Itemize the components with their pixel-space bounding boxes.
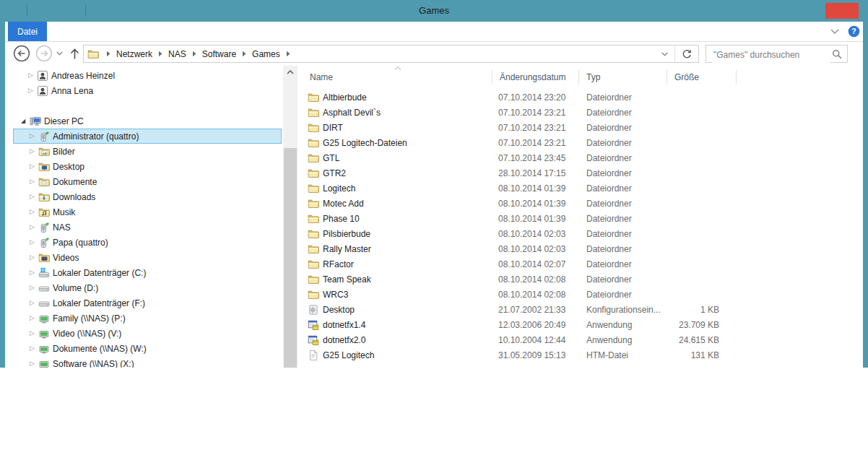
Desktop[interactable]: Desktop 21.07.2002 21:33 Konfigurationse… [298,302,858,317]
config-icon [308,304,319,316]
breadcrumb-item[interactable]: Games [236,46,280,62]
tree-expand-icon[interactable]: ▷ [30,330,38,337]
sidebar-item[interactable]: ▷ Family (\\NAS) (P:) [13,311,282,326]
column-header-type[interactable]: Typ [579,70,667,84]
sidebar-item[interactable]: ▷ Andreas Heinzel [13,68,282,83]
G25 Logitech[interactable]: G25 Logitech 31.05.2009 15:13 HTM-Datei … [298,347,858,363]
file-date: 08.10.2014 02:08 [492,274,579,285]
tree-expand-icon[interactable]: ▷ [28,72,37,79]
RFactor[interactable]: RFactor 08.10.2014 02:07 Dateiordner [298,256,858,272]
tab-datei[interactable]: Datei [8,22,47,41]
tree-expand-icon[interactable]: ▷ [30,345,38,352]
file-type: Dateiordner [579,259,667,269]
Team Speak[interactable]: Team Speak 08.10.2014 02:08 Dateiordner [298,272,858,287]
DIRT[interactable]: DIRT 07.10.2014 23:21 Dateiordner [298,120,858,135]
tree-expand-icon[interactable]: ▷ [30,224,38,230]
sidebar-item[interactable]: ▷ Papa (quattro) [13,235,282,250]
sidebar-item[interactable]: ▷ Musik [13,204,282,220]
netdrive-icon [38,313,50,324]
minimize-button[interactable] [782,0,804,22]
address-bar[interactable]: Netzwerk NAS Software Games [83,45,699,63]
Altbierbude[interactable]: Altbierbude 07.10.2014 23:20 Dateiordner [298,90,858,105]
back-button[interactable] [13,45,30,62]
tree-expand-icon[interactable]: ▷ [30,209,38,215]
sidebar-item[interactable]: ▷ Administrator (quattro) [13,129,282,144]
sort-ascending-icon [394,66,402,70]
sidebar-item[interactable]: ▷ Volume (D:) [13,280,282,295]
sidebar-item[interactable]: ▷ Video (\\NAS) (V:) [13,326,282,341]
search-input[interactable] [712,46,830,64]
GTL[interactable]: GTL 07.10.2014 23:45 Dateiordner [298,150,858,165]
G25 Logitech-Dateien[interactable]: G25 Logitech-Dateien 07.10.2014 23:21 Da… [298,135,858,150]
titlebar[interactable]: Games [5,0,863,22]
tree-expand-icon[interactable]: ▷ [30,163,38,170]
Asphalt Devil`s[interactable]: Asphalt Devil`s 07.10.2014 23:21 Dateior… [298,105,858,120]
forward-button[interactable] [35,45,53,62]
tree-expand-icon[interactable]: ▷ [30,148,38,155]
refresh-icon[interactable] [675,49,698,59]
folder-icon [308,259,319,270]
tree-expand-icon[interactable]: ▷ [28,87,37,94]
column-header-date[interactable]: Änderungsdatum [492,70,579,84]
breadcrumb-item[interactable]: Software [186,46,236,62]
maximize-button[interactable] [804,0,825,22]
sidebar-item[interactable]: ▷ Dokumente (\\NAS) (W:) [13,341,282,356]
help-icon[interactable]: ? [848,25,860,38]
device-icon [38,237,50,248]
close-button[interactable] [825,3,859,19]
file-name: Phase 10 [323,214,360,224]
breadcrumb-item[interactable]: NAS [152,46,186,62]
tree-expand-icon[interactable]: ▷ [30,269,38,276]
file-date: 08.10.2014 02:08 [492,290,579,300]
tree-expand-icon[interactable]: ▷ [30,315,38,321]
scrollbar-up-icon[interactable] [283,66,298,79]
sidebar-item[interactable]: ▷ Dokumente [13,174,282,189]
address-dropdown-icon[interactable] [655,52,674,56]
column-header-size[interactable]: Größe [667,70,737,84]
sidebar-item[interactable]: ▷ Bilder [13,144,282,159]
breadcrumb-item[interactable]: Netzwerk [100,46,152,62]
ribbon-tab[interactable] [71,22,96,41]
tree-expand-icon[interactable]: ▷ [30,254,38,261]
Rally Master[interactable]: Rally Master 08.10.2014 02:03 Dateiordne… [298,241,858,256]
column-header-name[interactable]: Name [298,70,492,84]
tree-expand-icon[interactable]: ◢ [21,118,30,124]
tree-expand-icon[interactable]: ▷ [30,178,38,185]
dotnetfx1.4[interactable]: dotnetfx1.4 12.03.2006 20:49 Anwendung 2… [298,317,858,332]
navigation-scrollbar[interactable] [283,66,298,368]
sidebar-item[interactable]: ◢ Dieser PC [13,113,282,129]
screenshot-canvas: Games Datei ? [0,0,868,468]
navigation-toolbar: Netzwerk NAS Software Games [5,42,863,66]
tree-expand-icon[interactable]: ▷ [30,194,38,200]
folder-music-icon [38,207,50,218]
expand-ribbon-icon[interactable] [830,29,839,34]
up-button[interactable] [69,48,80,60]
tree-expand-icon[interactable]: ▷ [30,133,38,139]
sidebar-item[interactable]: ▷ Lokaler Datenträger (F:) [13,295,282,311]
Phase 10[interactable]: Phase 10 08.10.2014 01:39 Dateiordner [298,211,858,226]
file-date: 08.10.2014 01:39 [492,214,579,224]
sidebar-item[interactable]: ▷ Videos [13,250,282,265]
dotnetfx2.0[interactable]: dotnetfx2.0 10.10.2004 12:44 Anwendung 2… [298,332,858,347]
sidebar-item[interactable]: ▷ Downloads [13,189,282,204]
sidebar-item[interactable]: ▷ Software (\\NAS) (X:) [13,356,282,368]
tree-expand-icon[interactable]: ▷ [30,300,38,306]
scrollbar-thumb[interactable] [284,148,297,368]
GTR2[interactable]: GTR2 28.10.2014 17:15 Dateiordner [298,165,858,181]
tree-expand-icon[interactable]: ▷ [30,285,38,291]
search-icon[interactable] [832,49,842,59]
WRC3[interactable]: WRC3 08.10.2014 02:08 Dateiordner [298,287,858,302]
tree-expand-icon[interactable]: ▷ [30,360,38,367]
Pilsbierbude[interactable]: Pilsbierbude 08.10.2014 02:03 Dateiordne… [298,226,858,241]
sidebar-item[interactable]: ▷ Desktop [13,159,282,174]
sidebar-item[interactable]: ▷ Lokaler Datenträger (C:) [13,265,282,280]
sidebar-item[interactable]: ▷ Anna Lena [13,83,282,98]
Logitech[interactable]: Logitech 08.10.2014 01:39 Dateiordner [298,181,858,196]
sidebar-item[interactable]: ▷ NAS [13,220,282,235]
Motec Add[interactable]: Motec Add 08.10.2014 01:39 Dateiordner [298,196,858,211]
ribbon-tab[interactable] [47,22,71,41]
ribbon-tab[interactable] [96,22,121,41]
recent-locations-icon[interactable] [56,51,63,56]
tree-expand-icon[interactable]: ▷ [30,239,38,246]
navigation-pane: ▷ Andreas Heinzel ▷ Anna Lena ◢ Dieser P… [10,66,283,368]
